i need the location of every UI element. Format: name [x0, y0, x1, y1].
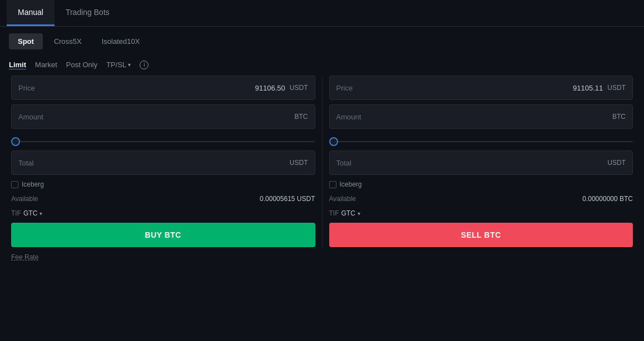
order-type-post-only[interactable]: Post Only: [66, 59, 97, 70]
sell-available-row: Available 0.00000000 BTC: [329, 194, 633, 204]
sell-total-value-area: USDT: [607, 159, 626, 167]
sell-total-label: Total: [336, 159, 351, 167]
buy-amount-currency: BTC: [290, 113, 308, 121]
top-tabs-container: Manual Trading Bots: [0, 0, 644, 27]
sell-total-currency: USDT: [607, 159, 626, 167]
sell-panel: Price 91105.11 USDT Amount BTC Total USD…: [325, 76, 638, 247]
tpsl-chevron-icon: ▾: [128, 62, 131, 68]
sub-tab-cross5x[interactable]: Cross5X: [45, 33, 91, 49]
sell-amount-value-area: BTC: [608, 113, 626, 121]
fee-rate-label[interactable]: Fee Rate: [11, 253, 38, 261]
sell-button[interactable]: SELL BTC: [329, 223, 633, 247]
buy-total-field[interactable]: Total USDT: [11, 151, 315, 175]
sell-iceberg-row: Iceberg: [329, 179, 633, 189]
sell-iceberg-label: Iceberg: [340, 180, 362, 188]
buy-price-label: Price: [18, 84, 35, 92]
buy-tif-value: GTC: [23, 209, 37, 217]
sell-amount-currency: BTC: [608, 113, 626, 121]
tab-manual[interactable]: Manual: [7, 0, 55, 26]
buy-total-value-area: USDT: [290, 159, 308, 167]
buy-available-label: Available: [11, 195, 38, 203]
buy-amount-value-area: BTC: [290, 113, 308, 121]
info-icon[interactable]: i: [140, 61, 148, 69]
buy-total-currency: USDT: [290, 159, 308, 167]
order-type-row: Limit Market Post Only TP/SL ▾ i: [0, 56, 644, 76]
buy-slider-container: [11, 133, 315, 146]
sub-tabs-container: Spot Cross5X Isolated10X: [0, 27, 644, 56]
tab-trading-bots[interactable]: Trading Bots: [55, 0, 121, 26]
sell-slider-container: [329, 133, 633, 146]
sell-tif-label: TIF: [329, 209, 339, 217]
panel-divider: [322, 76, 323, 247]
sell-amount-label: Amount: [336, 113, 361, 121]
sell-available-value: 0.00000000 BTC: [582, 195, 633, 203]
buy-tif-row[interactable]: TIF GTC ▾: [11, 208, 315, 218]
sell-price-value: 91105.11: [573, 84, 603, 92]
buy-amount-field[interactable]: Amount BTC: [11, 104, 315, 129]
buy-iceberg-row: Iceberg: [11, 179, 315, 189]
buy-total-label: Total: [18, 159, 33, 167]
buy-tif-chevron-icon: ▾: [39, 210, 42, 217]
sell-price-value-area: 91105.11 USDT: [573, 84, 626, 92]
buy-amount-label: Amount: [18, 113, 43, 121]
order-type-limit[interactable]: Limit: [9, 59, 26, 70]
sell-tif-chevron-icon: ▾: [358, 210, 360, 217]
sell-price-label: Price: [336, 84, 353, 92]
sell-iceberg-checkbox[interactable]: [329, 181, 336, 188]
fee-rate-footer: Fee Rate: [0, 247, 644, 264]
buy-panel: Price 91106.50 USDT Amount BTC Total USD…: [7, 76, 320, 247]
sell-amount-field[interactable]: Amount BTC: [329, 104, 633, 129]
sell-price-currency: USDT: [607, 84, 626, 92]
buy-button[interactable]: BUY BTC: [11, 223, 315, 247]
buy-available-value: 0.00005615 USDT: [260, 195, 315, 203]
sell-available-label: Available: [329, 195, 356, 203]
sell-tif-value: GTC: [341, 209, 355, 217]
order-type-tpsl[interactable]: TP/SL ▾: [106, 61, 131, 69]
buy-tif-label: TIF: [11, 209, 21, 217]
sell-total-field[interactable]: Total USDT: [329, 151, 633, 175]
trading-panels: Price 91106.50 USDT Amount BTC Total USD…: [0, 76, 644, 247]
buy-slider[interactable]: [11, 141, 315, 142]
sell-tif-row[interactable]: TIF GTC ▾: [329, 208, 633, 218]
buy-price-value: 91106.50: [255, 84, 285, 92]
sell-price-field[interactable]: Price 91105.11 USDT: [329, 76, 633, 100]
order-type-market[interactable]: Market: [35, 59, 57, 70]
buy-available-row: Available 0.00005615 USDT: [11, 194, 315, 204]
buy-price-field[interactable]: Price 91106.50 USDT: [11, 76, 315, 100]
buy-iceberg-checkbox[interactable]: [11, 181, 18, 188]
buy-price-currency: USDT: [290, 84, 308, 92]
sub-tab-spot[interactable]: Spot: [9, 33, 43, 49]
sell-slider[interactable]: [329, 141, 633, 142]
sub-tab-isolated10x[interactable]: Isolated10X: [93, 33, 149, 49]
buy-iceberg-label: Iceberg: [22, 180, 44, 188]
buy-price-value-area: 91106.50 USDT: [255, 84, 308, 92]
